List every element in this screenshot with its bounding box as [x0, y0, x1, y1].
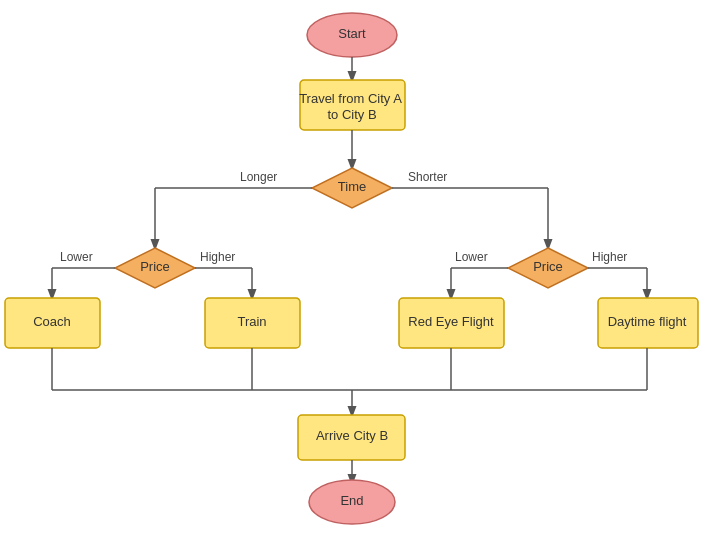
shorter-label: Shorter — [408, 170, 447, 184]
train-label: Train — [237, 314, 266, 329]
red-eye-label: Red Eye Flight — [408, 314, 494, 329]
arrive-label: Arrive City B — [316, 428, 388, 443]
higher-left-label: Higher — [200, 250, 235, 264]
higher-right-label: Higher — [592, 250, 627, 264]
time-label: Time — [338, 179, 366, 194]
lower-right-label: Lower — [455, 250, 488, 264]
lower-left-label: Lower — [60, 250, 93, 264]
start-label: Start — [338, 26, 366, 41]
end-label: End — [340, 493, 363, 508]
longer-label: Longer — [240, 170, 277, 184]
daytime-label: Daytime flight — [608, 314, 687, 329]
coach-label: Coach — [33, 314, 71, 329]
price-right-label: Price — [533, 259, 563, 274]
price-left-label: Price — [140, 259, 170, 274]
